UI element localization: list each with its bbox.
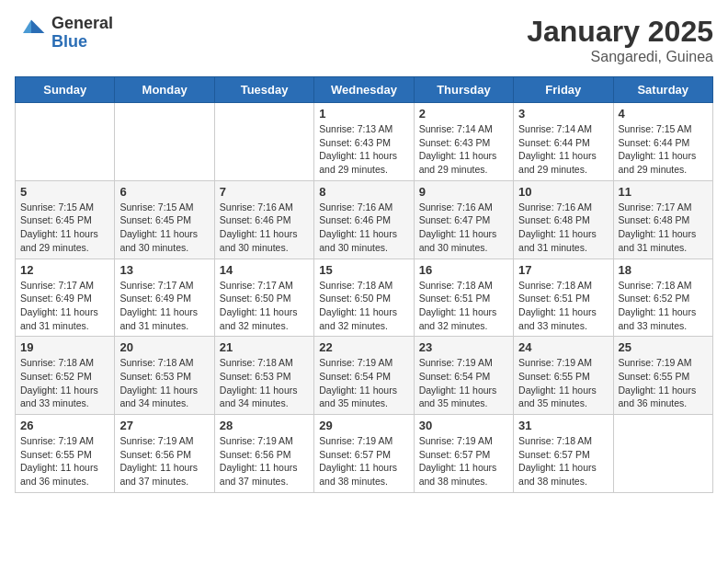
sunset-text: Sunset: 6:45 PM: [20, 214, 92, 225]
day-number: 4: [619, 107, 708, 121]
daylight-text: Daylight: 11 hours and 36 minutes.: [20, 462, 98, 487]
day-info: Sunrise: 7:18 AM Sunset: 6:51 PM Dayligh…: [518, 279, 608, 333]
day-info: Sunrise: 7:13 AM Sunset: 6:43 PM Dayligh…: [319, 122, 408, 177]
sunrise-text: Sunrise: 7:19 AM: [220, 435, 293, 446]
day-number: 7: [220, 185, 309, 199]
sunrise-text: Sunrise: 7:14 AM: [518, 123, 592, 134]
calendar-cell: 24 Sunrise: 7:19 AM Sunset: 6:55 PM Dayl…: [514, 337, 613, 415]
day-number: 12: [20, 263, 109, 277]
sunset-text: Sunset: 6:57 PM: [518, 449, 590, 460]
day-info: Sunrise: 7:14 AM Sunset: 6:44 PM Dayligh…: [518, 122, 608, 177]
daylight-text: Daylight: 11 hours and 34 minutes.: [119, 385, 198, 409]
daylight-text: Daylight: 11 hours and 29 minutes.: [419, 150, 497, 175]
day-number: 2: [419, 107, 508, 121]
sunrise-text: Sunrise: 7:14 AM: [419, 123, 493, 134]
calendar-cell: 11 Sunrise: 7:17 AM Sunset: 6:48 PM Dayl…: [613, 180, 712, 259]
day-number: 27: [119, 419, 209, 432]
calendar-cell: [16, 103, 115, 181]
calendar-cell: [613, 415, 712, 493]
logo-text: General Blue: [51, 15, 113, 52]
sunrise-text: Sunrise: 7:18 AM: [119, 357, 193, 368]
day-info: Sunrise: 7:18 AM Sunset: 6:50 PM Dayligh…: [319, 279, 408, 333]
day-number: 31: [518, 419, 608, 432]
day-info: Sunrise: 7:14 AM Sunset: 6:43 PM Dayligh…: [419, 122, 508, 177]
sunset-text: Sunset: 6:54 PM: [319, 371, 391, 382]
calendar-day-header: Thursday: [414, 77, 513, 103]
day-info: Sunrise: 7:15 AM Sunset: 6:45 PM Dayligh…: [20, 201, 109, 255]
logo: General Blue: [15, 15, 113, 52]
day-number: 18: [619, 263, 708, 277]
sunrise-text: Sunrise: 7:18 AM: [220, 357, 293, 368]
sunrise-text: Sunrise: 7:16 AM: [220, 201, 293, 213]
calendar-day-header: Friday: [514, 77, 613, 103]
day-info: Sunrise: 7:19 AM Sunset: 6:54 PM Dayligh…: [419, 356, 508, 410]
daylight-text: Daylight: 11 hours and 32 minutes.: [419, 306, 497, 331]
daylight-text: Daylight: 11 hours and 31 minutes.: [518, 228, 597, 253]
location-title: Sangaredi, Guinea: [527, 49, 713, 65]
sunset-text: Sunset: 6:53 PM: [220, 371, 291, 382]
day-number: 13: [119, 263, 209, 277]
day-number: 1: [319, 107, 408, 121]
sunset-text: Sunset: 6:51 PM: [518, 293, 590, 304]
day-info: Sunrise: 7:19 AM Sunset: 6:54 PM Dayligh…: [319, 356, 408, 410]
sunset-text: Sunset: 6:55 PM: [619, 371, 690, 382]
daylight-text: Daylight: 11 hours and 33 minutes.: [518, 306, 597, 331]
day-number: 6: [119, 185, 209, 199]
day-info: Sunrise: 7:16 AM Sunset: 6:47 PM Dayligh…: [419, 201, 508, 255]
daylight-text: Daylight: 11 hours and 38 minutes.: [518, 462, 597, 487]
sunrise-text: Sunrise: 7:19 AM: [419, 357, 493, 368]
daylight-text: Daylight: 11 hours and 34 minutes.: [220, 385, 298, 409]
sunrise-text: Sunrise: 7:18 AM: [518, 435, 592, 446]
daylight-text: Daylight: 11 hours and 35 minutes.: [419, 385, 497, 409]
sunset-text: Sunset: 6:57 PM: [419, 449, 491, 460]
calendar-week-row: 5 Sunrise: 7:15 AM Sunset: 6:45 PM Dayli…: [16, 180, 713, 259]
calendar-cell: 5 Sunrise: 7:15 AM Sunset: 6:45 PM Dayli…: [16, 180, 115, 259]
daylight-text: Daylight: 11 hours and 36 minutes.: [619, 385, 697, 409]
day-info: Sunrise: 7:18 AM Sunset: 6:52 PM Dayligh…: [619, 279, 708, 333]
sunset-text: Sunset: 6:49 PM: [20, 293, 92, 304]
day-info: Sunrise: 7:17 AM Sunset: 6:49 PM Dayligh…: [119, 279, 209, 333]
day-info: Sunrise: 7:18 AM Sunset: 6:51 PM Dayligh…: [419, 279, 508, 333]
calendar-cell: [115, 103, 214, 181]
calendar-header-row: SundayMondayTuesdayWednesdayThursdayFrid…: [16, 77, 713, 103]
sunrise-text: Sunrise: 7:17 AM: [220, 280, 293, 291]
sunset-text: Sunset: 6:48 PM: [518, 214, 590, 225]
sunset-text: Sunset: 6:46 PM: [220, 214, 291, 225]
calendar-cell: 12 Sunrise: 7:17 AM Sunset: 6:49 PM Dayl…: [16, 259, 115, 337]
logo-general-text: General: [51, 15, 113, 33]
sunset-text: Sunset: 6:50 PM: [220, 293, 291, 304]
calendar-day-header: Tuesday: [214, 77, 313, 103]
sunset-text: Sunset: 6:46 PM: [319, 214, 391, 225]
calendar-cell: [214, 103, 313, 181]
day-info: Sunrise: 7:17 AM Sunset: 6:49 PM Dayligh…: [20, 279, 109, 333]
sunrise-text: Sunrise: 7:18 AM: [518, 280, 592, 291]
day-number: 17: [518, 263, 608, 277]
sunrise-text: Sunrise: 7:19 AM: [319, 357, 392, 368]
svg-rect-2: [18, 33, 45, 46]
day-info: Sunrise: 7:19 AM Sunset: 6:55 PM Dayligh…: [518, 356, 608, 410]
page-header: General Blue January 2025 Sangaredi, Gui…: [15, 15, 713, 65]
day-number: 25: [619, 340, 708, 354]
sunset-text: Sunset: 6:44 PM: [518, 137, 590, 148]
day-info: Sunrise: 7:19 AM Sunset: 6:56 PM Dayligh…: [119, 434, 209, 488]
day-info: Sunrise: 7:19 AM Sunset: 6:55 PM Dayligh…: [20, 434, 109, 488]
calendar-cell: 22 Sunrise: 7:19 AM Sunset: 6:54 PM Dayl…: [314, 337, 414, 415]
day-number: 30: [419, 419, 508, 432]
calendar-cell: 9 Sunrise: 7:16 AM Sunset: 6:47 PM Dayli…: [414, 180, 513, 259]
sunset-text: Sunset: 6:51 PM: [419, 293, 491, 304]
calendar-day-header: Wednesday: [314, 77, 414, 103]
day-info: Sunrise: 7:19 AM Sunset: 6:57 PM Dayligh…: [319, 434, 408, 488]
sunset-text: Sunset: 6:52 PM: [20, 371, 92, 382]
calendar-table: SundayMondayTuesdayWednesdayThursdayFrid…: [15, 76, 713, 493]
daylight-text: Daylight: 11 hours and 29 minutes.: [518, 150, 597, 175]
sunset-text: Sunset: 6:57 PM: [319, 449, 391, 460]
day-info: Sunrise: 7:16 AM Sunset: 6:48 PM Dayligh…: [518, 201, 608, 255]
sunrise-text: Sunrise: 7:16 AM: [319, 201, 392, 213]
day-number: 29: [319, 419, 408, 432]
sunrise-text: Sunrise: 7:13 AM: [319, 123, 392, 134]
calendar-cell: 31 Sunrise: 7:18 AM Sunset: 6:57 PM Dayl…: [514, 415, 613, 493]
sunset-text: Sunset: 6:44 PM: [619, 137, 690, 148]
calendar-cell: 14 Sunrise: 7:17 AM Sunset: 6:50 PM Dayl…: [214, 259, 313, 337]
daylight-text: Daylight: 11 hours and 38 minutes.: [419, 462, 497, 487]
sunrise-text: Sunrise: 7:19 AM: [119, 435, 193, 446]
